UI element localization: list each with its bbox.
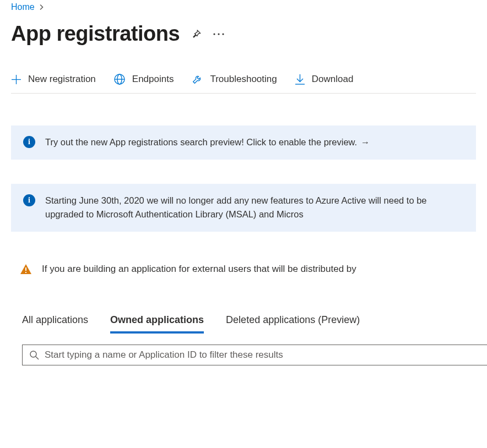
svg-rect-10 [25, 267, 26, 271]
wrench-icon [191, 73, 203, 85]
svg-point-12 [30, 351, 36, 357]
toolbar: New registration Endpoints Troubleshooti… [11, 73, 476, 94]
deprecation-info-banner: i Starting June 30th, 2020 we will no lo… [11, 184, 476, 232]
svg-point-0 [214, 33, 215, 35]
preview-info-banner[interactable]: i Try out the new App registrations sear… [11, 125, 476, 160]
breadcrumb: Home [11, 2, 476, 12]
new-registration-button[interactable]: New registration [11, 74, 96, 85]
info-icon: i [23, 136, 35, 148]
pin-icon[interactable] [191, 29, 202, 40]
deprecation-info-text: Starting June 30th, 2020 we will no long… [45, 194, 464, 222]
svg-line-13 [36, 357, 39, 359]
troubleshooting-button[interactable]: Troubleshooting [191, 73, 277, 85]
breadcrumb-home-link[interactable]: Home [11, 2, 35, 12]
globe-icon [113, 73, 126, 85]
search-input[interactable] [45, 349, 487, 360]
tab-owned-applications[interactable]: Owned applications [110, 314, 204, 334]
download-button[interactable]: Download [295, 74, 354, 85]
info-icon: i [23, 194, 35, 206]
chevron-right-icon [39, 3, 45, 12]
search-box[interactable] [22, 345, 487, 365]
troubleshooting-label: Troubleshooting [210, 74, 277, 85]
warning-text: If you are building an application for e… [42, 264, 356, 275]
tab-all-applications[interactable]: All applications [22, 314, 88, 334]
endpoints-label: Endpoints [132, 74, 174, 85]
download-label: Download [312, 74, 354, 85]
warning-icon [20, 264, 32, 275]
svg-point-1 [218, 33, 220, 35]
download-icon [295, 74, 305, 85]
preview-info-text: Try out the new App registrations search… [45, 137, 357, 147]
endpoints-button[interactable]: Endpoints [113, 73, 174, 85]
new-registration-label: New registration [28, 74, 96, 85]
arrow-right-icon: → [361, 137, 370, 147]
more-icon[interactable] [213, 32, 225, 36]
plus-icon [11, 74, 21, 85]
svg-point-2 [223, 33, 224, 35]
svg-rect-11 [25, 272, 26, 273]
title-row: App registrations [11, 22, 476, 46]
page-title: App registrations [11, 22, 180, 46]
warning-row: If you are building an application for e… [20, 264, 476, 275]
tab-deleted-applications[interactable]: Deleted applications (Preview) [226, 314, 360, 334]
tabs: All applications Owned applications Dele… [22, 314, 476, 334]
search-icon [29, 350, 39, 360]
